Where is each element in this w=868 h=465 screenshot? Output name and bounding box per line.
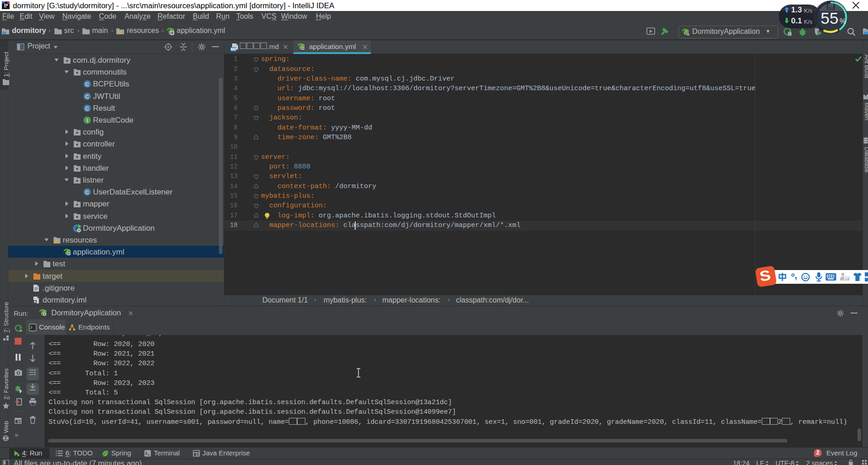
svg-text:55: 55 xyxy=(821,9,839,27)
svg-text:C: C xyxy=(86,106,89,111)
svg-text:C: C xyxy=(86,189,89,195)
svg-text:14: 14 xyxy=(845,276,849,281)
svg-text:C: C xyxy=(86,94,89,99)
svg-text:C: C xyxy=(86,81,89,87)
svg-text:%: % xyxy=(840,17,846,25)
svg-text:MD: MD xyxy=(231,47,237,51)
svg-text:I: I xyxy=(87,118,88,123)
